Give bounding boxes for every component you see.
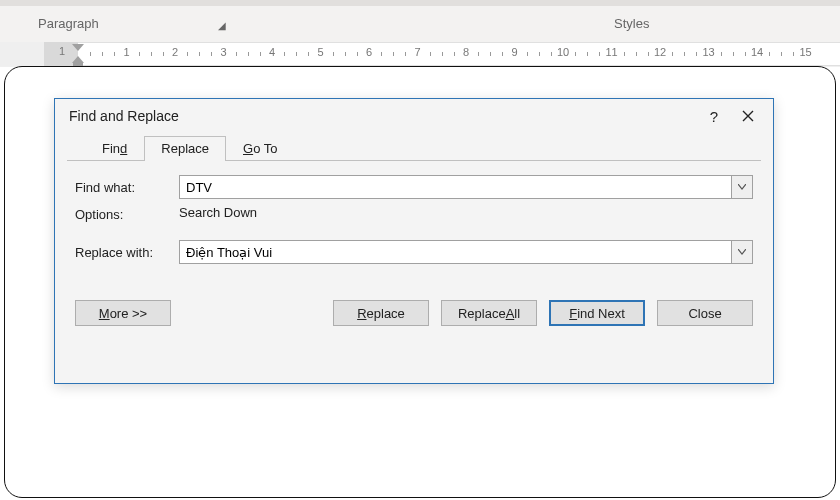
options-value: Search Down <box>179 205 257 222</box>
ribbon-group-styles: Styles <box>614 16 649 31</box>
replace-all-button[interactable]: Replace All <box>441 300 537 326</box>
chevron-down-icon <box>738 249 746 255</box>
ruler-number: 6 <box>366 46 372 58</box>
more-button[interactable]: More >> <box>75 300 171 326</box>
ruler-number: 1 <box>123 46 129 58</box>
dialog-body: Find what: Options: Search Down Replace … <box>55 161 773 326</box>
ruler-number: 13 <box>702 46 714 58</box>
ruler-number: 2 <box>172 46 178 58</box>
ruler-number: 8 <box>463 46 469 58</box>
options-label: Options: <box>75 205 179 222</box>
ruler-number: 7 <box>414 46 420 58</box>
ruler-number: 5 <box>317 46 323 58</box>
close-icon <box>742 110 754 122</box>
ruler-number: 9 <box>511 46 517 58</box>
first-line-indent-icon[interactable] <box>72 44 84 51</box>
hanging-indent-icon[interactable] <box>72 56 84 63</box>
find-replace-dialog: Find and Replace ? Find Replace Go To Fi… <box>54 98 774 384</box>
ruler-number: 12 <box>654 46 666 58</box>
dialog-title: Find and Replace <box>69 108 179 124</box>
find-next-button[interactable]: Find Next <box>549 300 645 326</box>
paragraph-dialog-launcher-icon[interactable]: ◢ <box>218 20 226 31</box>
ruler-number: 4 <box>269 46 275 58</box>
dialog-help-button[interactable]: ? <box>697 102 731 130</box>
replace-with-label: Replace with: <box>75 245 179 260</box>
find-what-input[interactable] <box>179 175 731 199</box>
ribbon-group-paragraph: Paragraph <box>38 16 99 31</box>
ruler-number: 3 <box>220 46 226 58</box>
ribbon-area <box>0 0 840 42</box>
dialog-close-button[interactable] <box>731 102 765 130</box>
ruler-number: 1 <box>59 45 65 57</box>
ruler-number: 11 <box>605 46 617 58</box>
find-what-dropdown-button[interactable] <box>731 175 753 199</box>
find-what-combo <box>179 175 753 199</box>
find-what-label: Find what: <box>75 180 179 195</box>
tab-goto[interactable]: Go To <box>226 136 294 161</box>
ruler-number: 10 <box>557 46 569 58</box>
dialog-titlebar[interactable]: Find and Replace ? <box>55 99 773 133</box>
replace-button[interactable]: Replace <box>333 300 429 326</box>
ruler-number: 15 <box>799 46 811 58</box>
replace-with-input[interactable] <box>179 240 731 264</box>
ruler-number: 14 <box>751 46 763 58</box>
close-button[interactable]: Close <box>657 300 753 326</box>
tab-replace[interactable]: Replace <box>144 136 226 161</box>
ribbon-top-divider <box>0 0 840 6</box>
ruler: 1 123456789101112131415 <box>0 42 840 66</box>
dialog-tabs: Find Replace Go To <box>67 133 761 161</box>
replace-with-combo <box>179 240 753 264</box>
tab-find[interactable]: Find <box>85 136 144 161</box>
replace-with-dropdown-button[interactable] <box>731 240 753 264</box>
chevron-down-icon <box>738 184 746 190</box>
